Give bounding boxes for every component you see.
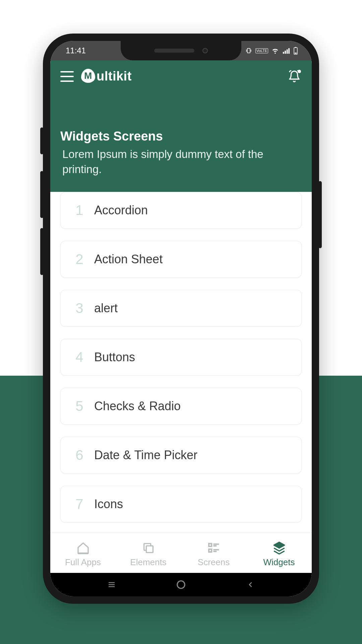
notification-dot [298,70,301,73]
list-item-action-sheet[interactable]: 2 Action Sheet [60,241,302,278]
list-item-label: Action Sheet [94,252,163,266]
svg-rect-0 [247,48,250,53]
content-area: 1 Accordion 2 Action Sheet 3 alert 4 But… [50,192,312,548]
signal-icon [282,47,290,54]
phone-screen: 11:41 VoLTE [50,41,312,596]
list-item-label: Checks & Radio [94,399,181,413]
nav-elements[interactable]: Elements [116,541,181,568]
svg-rect-1 [283,52,284,54]
list-item-label: Accordion [94,203,148,217]
copy-icon [141,541,156,555]
logo-text: ultikit [97,69,132,84]
app-bar: M ultikit [50,60,312,92]
page-title: Widgets Screens [60,129,302,144]
nav-full-apps[interactable]: Full Apps [50,541,116,568]
phone-button [40,127,44,154]
android-back-button[interactable] [240,578,260,591]
phone-notch [121,41,241,60]
phone-button [40,228,44,275]
battery-icon [293,47,298,55]
list-item-label: alert [94,301,118,315]
list-item-alert[interactable]: 3 alert [60,290,302,327]
notifications-button[interactable] [287,69,302,84]
phone-button [40,171,44,218]
bottom-nav: Full Apps Elements Screens Widgets [50,533,312,573]
status-time: 11:41 [66,46,86,55]
list-item-label: Date & Time Picker [94,448,197,462]
nav-label: Elements [130,557,166,568]
list-item-number: 5 [74,398,85,414]
nav-screens[interactable]: Screens [181,541,246,568]
menu-icon[interactable] [60,71,74,82]
svg-rect-4 [288,48,290,54]
svg-rect-6 [295,53,297,54]
phone-camera [202,48,208,53]
list-item-number: 4 [74,349,85,365]
home-icon [76,541,90,555]
phone-speaker [154,49,194,53]
list-icon [207,541,221,555]
android-nav-bar [50,573,312,596]
logo-mark: M [81,69,95,83]
phone-button [318,181,322,248]
svg-rect-8 [146,546,153,552]
list-item-label: Buttons [94,350,135,364]
list-item-checks-radio[interactable]: 5 Checks & Radio [60,388,302,425]
svg-rect-9 [209,544,212,546]
status-icons: VoLTE [245,47,298,55]
nav-widgets[interactable]: Widgets [246,541,312,568]
page-subtitle: Lorem Ipsum is simply dummy text of the … [60,147,302,177]
svg-rect-7 [295,47,296,48]
nav-label: Widgets [263,557,295,568]
android-home-button[interactable] [171,578,191,591]
nav-label: Screens [198,557,230,568]
svg-rect-10 [209,549,212,552]
vibrate-icon [245,47,252,54]
layers-icon [272,541,286,555]
list-item-number: 2 [74,251,85,267]
svg-rect-3 [287,49,288,54]
svg-rect-2 [285,51,286,54]
phone-mockup-frame: 11:41 VoLTE [43,34,319,604]
wifi-icon [272,47,279,54]
nav-label: Full Apps [65,557,101,568]
android-recent-button[interactable] [102,578,122,591]
list-item-number: 7 [74,496,85,512]
app-logo: M ultikit [81,69,132,84]
list-item-icons[interactable]: 7 Icons [60,486,302,523]
list-item-date-time-picker[interactable]: 6 Date & Time Picker [60,437,302,474]
list-item-accordion[interactable]: 1 Accordion [60,192,302,229]
list-item-number: 6 [74,447,85,463]
svg-point-14 [177,581,185,589]
volte-icon: VoLTE [255,48,268,53]
list-item-number: 1 [74,202,85,218]
list-item-number: 3 [74,300,85,316]
list-item-buttons[interactable]: 4 Buttons [60,339,302,376]
list-item-label: Icons [94,497,123,511]
